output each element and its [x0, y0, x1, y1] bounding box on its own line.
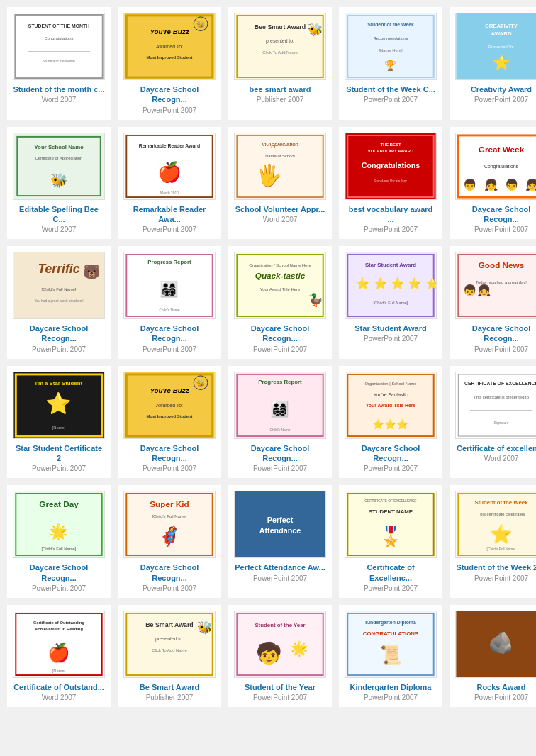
template-grid: STUDENT OF THE MONTHCongratulationsStude… [7, 7, 529, 707]
template-item[interactable]: Star Student Award⭐⭐⭐⭐⭐[Child's Full Nam… [339, 246, 442, 359]
svg-text:🍎: 🍎 [157, 160, 182, 183]
template-subtitle: Publisher 2007 [146, 694, 194, 701]
template-item[interactable]: ⭐I'm a Star Student[Name]Star Student Ce… [7, 366, 111, 479]
svg-text:🐝: 🐝 [50, 172, 68, 189]
template-thumbnail: 🪨 [455, 611, 536, 678]
template-title: Certificate of Outstand... [13, 682, 104, 692]
template-item[interactable]: PerfectAttendancePerfect Attendance Aw..… [228, 485, 332, 598]
svg-text:Certificate of Outstanding: Certificate of Outstanding [33, 621, 84, 625]
svg-text:Super Kid: Super Kid [150, 499, 189, 508]
template-item[interactable]: Kindergarten DiplomaCONGRATULATIONS📜Kind… [339, 605, 442, 707]
template-title: Student of the Week 2 ... [457, 562, 536, 572]
svg-text:Awarded To:: Awarded To: [156, 403, 183, 408]
template-subtitle: PowerPoint 2007 [474, 226, 528, 233]
template-item[interactable]: Student of the Year🧒🌟Student of the Year… [228, 605, 332, 707]
template-item[interactable]: Great Day🌟[Child's Full Name]Daycare Sch… [7, 485, 111, 598]
template-subtitle: Word 2007 [42, 226, 77, 233]
template-item[interactable]: Remarkable Reader Award🍎March 2010Remark… [118, 127, 221, 240]
svg-text:AWARD: AWARD [491, 30, 511, 37]
template-subtitle: PowerPoint 2007 [32, 345, 86, 353]
svg-text:⭐: ⭐ [374, 277, 388, 290]
template-item[interactable]: Student of the WeekRecommendations[Name … [339, 7, 442, 120]
template-subtitle: PowerPoint 2007 [364, 335, 418, 343]
template-item[interactable]: Good News👦👧Today, you had a great day!Da… [450, 246, 536, 359]
template-title: best vocabulary award ... [345, 204, 437, 225]
template-item[interactable]: Progress Report👨‍👩‍👧‍👦Child's NameDaycar… [228, 366, 332, 479]
template-thumbnail: Star Student Award⭐⭐⭐⭐⭐[Child's Full Nam… [345, 252, 437, 319]
svg-text:[Child's Full Name]: [Child's Full Name] [42, 547, 77, 552]
template-title: Be Smart Award [140, 682, 199, 692]
template-title: Certificate of excellence [457, 443, 536, 453]
template-title: Star Student Award [354, 323, 426, 333]
template-item[interactable]: STUDENT OF THE MONTHCongratulationsStude… [7, 7, 111, 120]
svg-text:⭐: ⭐ [46, 391, 72, 416]
template-subtitle: PowerPoint 2007 [364, 465, 418, 472]
svg-text:Quack-tastic: Quack-tastic [255, 271, 306, 280]
template-thumbnail: CREATIVITYAWARDPresented To:⭐ [455, 13, 536, 80]
template-title: Daycare School Recogn... [123, 562, 216, 583]
svg-text:This certificate celebrates: This certificate celebrates [478, 513, 525, 517]
template-item[interactable]: CREATIVITYAWARDPresented To:⭐Creativity … [450, 7, 536, 120]
template-item[interactable]: Certificate of OutstandingAchievement in… [7, 605, 111, 707]
svg-text:Perfect: Perfect [267, 516, 294, 524]
svg-text:👨‍👩‍👧‍👦: 👨‍👩‍👧‍👦 [160, 280, 179, 299]
template-subtitle: Word 2007 [42, 96, 77, 104]
svg-text:Achievement in Reading: Achievement in Reading [35, 627, 83, 631]
template-item[interactable]: Organization / School Name HereQuack-tas… [228, 246, 332, 359]
template-subtitle: PowerPoint 2007 [143, 106, 196, 114]
svg-text:presented to:: presented to: [155, 636, 184, 642]
svg-text:Most Improved Student: Most Improved Student [146, 413, 192, 418]
svg-text:CERTIFICATE OF EXCELLENCE: CERTIFICATE OF EXCELLENCE [464, 380, 536, 385]
template-title: School Volunteer Appr... [235, 204, 325, 214]
template-item[interactable]: You're BuzzAwarded To:Most Improved Stud… [118, 7, 221, 120]
svg-text:🪨: 🪨 [488, 630, 515, 655]
template-thumbnail: In AppreciationName of School🖐️ [234, 133, 326, 200]
template-subtitle: PowerPoint 2007 [143, 345, 196, 353]
template-item[interactable]: Your School NameCertificate of Appreciat… [7, 127, 111, 240]
template-subtitle: PowerPoint 2007 [364, 96, 418, 104]
svg-text:Organization / School Name Her: Organization / School Name Here [249, 263, 311, 267]
svg-text:🌟: 🌟 [50, 523, 69, 541]
template-item[interactable]: CERTIFICATE OF EXCELLENCEThis certificat… [450, 366, 536, 479]
template-thumbnail: You're BuzzAwarded To:Most Improved Stud… [123, 13, 216, 80]
svg-text:Fabulous Vocabulary: Fabulous Vocabulary [374, 179, 407, 182]
template-thumbnail: Organization | School NameYou're Fantast… [345, 372, 437, 439]
svg-text:👨‍👩‍👧‍👦: 👨‍👩‍👧‍👦 [271, 400, 290, 418]
template-thumbnail: PerfectAttendance [234, 491, 326, 558]
template-item[interactable]: Super Kid[Child's Full Name]🦸Daycare Sch… [118, 485, 221, 598]
svg-text:[Child's Full Name]: [Child's Full Name] [42, 287, 77, 291]
svg-text:⭐: ⭐ [493, 54, 510, 71]
svg-text:presented to:: presented to: [266, 38, 294, 44]
template-item[interactable]: Terrific🐻[Child's Full Name]You had a gr… [7, 246, 111, 359]
svg-text:👦👧: 👦👧 [463, 284, 491, 297]
template-thumbnail: Your School NameCertificate of Appreciat… [13, 133, 105, 200]
template-item[interactable]: Be Smart Awardpresented to:Click To Add … [118, 605, 221, 707]
template-item[interactable]: Bee Smart Awardpresented to:Click To Add… [228, 7, 332, 120]
svg-text:👧: 👧 [484, 178, 498, 191]
template-item[interactable]: CERTIFICATE OF EXCELLENCESTUDENT NAME🎖️C… [339, 485, 442, 598]
svg-text:🐻: 🐻 [83, 263, 101, 280]
svg-text:[Child's Full Name]: [Child's Full Name] [487, 548, 516, 552]
template-title: Remarkable Reader Awa... [123, 204, 216, 225]
svg-text:⭐⭐⭐: ⭐⭐⭐ [373, 418, 410, 430]
template-item[interactable]: You're BuzzAwarded To:Most Improved Stud… [118, 366, 221, 479]
template-item[interactable]: Student of the WeekThis certificate cele… [450, 485, 536, 598]
template-item[interactable]: In AppreciationName of School🖐️School Vo… [228, 127, 332, 240]
svg-text:Child's Name: Child's Name [270, 428, 291, 432]
template-title: Star Student Certificate 2 [13, 443, 105, 464]
template-subtitle: PowerPoint 2007 [474, 96, 528, 104]
svg-text:Great Day: Great Day [39, 499, 79, 508]
template-item[interactable]: 🪨Rocks AwardPowerPoint 2007 [450, 605, 536, 707]
template-thumbnail: Student of the Year🧒🌟 [234, 611, 326, 678]
template-title: Student of the Year [245, 682, 316, 692]
template-item[interactable]: Organization | School NameYou're Fantast… [339, 366, 442, 479]
template-item[interactable]: Great WeekCongratulations👦👧👦👧Daycare Sch… [450, 127, 536, 240]
svg-text:You had a great week at school: You had a great week at school! [34, 300, 83, 304]
template-item[interactable]: Progress Report👨‍👩‍👧‍👦Child's NameDaycar… [118, 246, 221, 359]
template-item[interactable]: THE BESTVOCABULARY AWARDCongratulationsF… [339, 127, 442, 240]
svg-text:🦆: 🦆 [308, 293, 323, 308]
svg-text:Terrific: Terrific [38, 262, 79, 277]
template-subtitle: PowerPoint 2007 [143, 584, 196, 592]
svg-text:Organization | School Name: Organization | School Name [364, 381, 416, 385]
template-subtitle: PowerPoint 2007 [253, 345, 307, 353]
